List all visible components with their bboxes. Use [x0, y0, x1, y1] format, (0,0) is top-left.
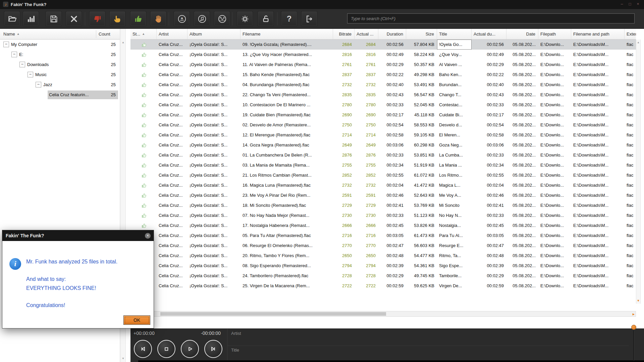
tree-collapse-toggle[interactable]: −: [19, 62, 25, 67]
table-row[interactable]: Celia Cruz... ¡Oyela Gozala!: S... 19. C…: [130, 110, 636, 120]
column-header-10[interactable]: Date: [506, 29, 538, 40]
volume-knob[interactable]: [631, 325, 636, 330]
tree-item[interactable]: − Jazz 25: [0, 80, 120, 90]
table-row[interactable]: Celia Cruz... ¡Oyela Gozala!: S... 01. L…: [130, 150, 636, 160]
scroll-up-icon[interactable]: ▲: [121, 41, 125, 44]
settings-button[interactable]: [237, 11, 253, 26]
tree-collapse-toggle[interactable]: −: [28, 72, 33, 77]
save-button[interactable]: [46, 11, 62, 26]
scroll-right-icon[interactable]: ▶: [633, 313, 635, 316]
table-row[interactable]: Celia Cruz... ¡Oyela Gozala!: S... 22. C…: [130, 90, 636, 100]
actual-bitrate-cell: 2794: [355, 261, 378, 271]
actual-bitrate-cell: 2732: [355, 180, 378, 190]
column-header-5[interactable]: Actual ...: [355, 29, 378, 40]
play-button[interactable]: [181, 340, 199, 358]
vertical-scrollbar[interactable]: ▲ ▼: [636, 40, 641, 304]
table-row[interactable]: Celia Cruz... ¡Oyela Gozala!: S... 05. P…: [130, 231, 636, 241]
previous-track-button[interactable]: [134, 340, 152, 358]
analyze-button[interactable]: [23, 11, 39, 26]
column-header-6[interactable]: Duration: [378, 29, 406, 40]
license-button[interactable]: [258, 11, 274, 26]
tree-item[interactable]: Celia Cruz featurin... 25: [0, 90, 120, 100]
abort-button[interactable]: [66, 11, 82, 26]
binaural-button[interactable]: binaural: [214, 11, 230, 26]
ok-button[interactable]: OK: [123, 315, 150, 325]
thumbs-up-status-icon: [141, 132, 147, 138]
column-header-3[interactable]: Filename: [240, 29, 333, 40]
table-row[interactable]: Celia Cruz... ¡Oyela Gozala!: S... 07. N…: [130, 210, 636, 221]
filepath-cell: E:\Downlo...: [538, 271, 571, 281]
scroll-down-icon[interactable]: ▼: [121, 357, 125, 360]
table-row[interactable]: Celia Cruz... ¡Oyela Gozala!: S... 20. R…: [130, 251, 636, 261]
tree-item[interactable]: − E: 25: [0, 50, 120, 60]
tree-item[interactable]: − My Computer 25: [0, 40, 120, 50]
scroll-down-icon[interactable]: ▼: [636, 299, 640, 302]
table-row[interactable]: Celia Cruz... ¡Oyela Gozala!: S... 03. L…: [130, 160, 636, 170]
table-row[interactable]: Celia Cruz... ¡Oyela Gozala!: S... 18. M…: [130, 200, 636, 210]
column-header-13[interactable]: Extensi...: [625, 29, 636, 40]
help-button[interactable]: ?: [281, 11, 297, 26]
column-header-12[interactable]: Filename and path: [571, 29, 625, 40]
tree-column-name[interactable]: Name▲: [3, 29, 20, 39]
amazon-lookup-button[interactable]: a: [174, 11, 190, 26]
stop-hand-button[interactable]: [150, 11, 166, 26]
table-row[interactable]: Celia Cruz... ¡Oyela Gozala!: S... 09. !…: [130, 40, 636, 50]
table-row[interactable]: Celia Cruz... ¡Oyela Gozala!: S... 21. L…: [130, 170, 636, 180]
table-row[interactable]: Celia Cruz... ¡Oyela Gozala!: S... 08. S…: [130, 261, 636, 271]
tree-collapse-toggle[interactable]: −: [36, 82, 41, 87]
table-row[interactable]: Celia Cruz... ¡Oyela Gozala!: S... 04. B…: [130, 80, 636, 90]
table-row[interactable]: Celia Cruz... ¡Oyela Gozala!: S... 13. ¿…: [130, 50, 636, 60]
analysis-result-dialog: Fakin' The Funk? × i Mr. Funk has analyz…: [2, 230, 154, 328]
tree-column-count[interactable]: Count: [99, 29, 110, 39]
scroll-up-icon[interactable]: ▲: [636, 41, 640, 44]
mark-suspicious-button[interactable]: [109, 11, 125, 26]
open-folder-button[interactable]: [4, 11, 20, 26]
minimize-button[interactable]: –: [618, 0, 626, 9]
date-cell: 05.08.202...: [506, 170, 538, 180]
artist-cell: Celia Cruz...: [157, 180, 187, 190]
table-row[interactable]: Celia Cruz... ¡Oyela Gozala!: S... 24. T…: [130, 271, 636, 281]
volume-track[interactable]: [633, 330, 634, 361]
exit-button[interactable]: [301, 11, 317, 26]
horizontal-scroll-thumb[interactable]: [160, 312, 386, 316]
table-row[interactable]: Celia Cruz... ¡Oyela Gozala!: S... 15. B…: [130, 70, 636, 80]
table-row[interactable]: Celia Cruz... ¡Oyela Gozala!: S... 16. M…: [130, 180, 636, 190]
actual-duration-cell: 00:02:49: [472, 50, 506, 60]
close-button[interactable]: ×: [634, 0, 642, 9]
maximize-button[interactable]: □: [626, 0, 634, 9]
table-row[interactable]: Celia Cruz... ¡Oyela Gozala!: S... 11. A…: [130, 60, 636, 70]
duration-cell: 00:02:43: [378, 90, 406, 100]
tree-item[interactable]: − Music 25: [0, 70, 120, 80]
table-row[interactable]: Celia Cruz... ¡Oyela Gozala!: S... 14. G…: [130, 140, 636, 150]
date-cell: 05.08.202...: [506, 90, 538, 100]
table-row[interactable]: Celia Cruz... ¡Oyela Gozala!: S... 02. D…: [130, 120, 636, 130]
horizontal-scrollbar[interactable]: ◀ ▶: [130, 311, 636, 317]
table-row[interactable]: Celia Cruz... ¡Oyela Gozala!: S... 06. R…: [130, 241, 636, 251]
mark-fake-button[interactable]: [89, 11, 105, 26]
column-header-7[interactable]: Size: [406, 29, 437, 40]
stop-button[interactable]: [157, 340, 175, 358]
artist-cell: Celia Cruz...: [157, 241, 187, 251]
tree-collapse-toggle[interactable]: −: [3, 42, 9, 47]
table-row[interactable]: Celia Cruz... ¡Oyela Gozala!: S... 10. C…: [130, 100, 636, 110]
column-header-0[interactable]: St...▲: [130, 29, 157, 40]
size-cell: 56.547 KB: [406, 90, 437, 100]
filepath-cell: E:\Downlo...: [538, 130, 571, 140]
dialog-close-button[interactable]: ×: [145, 233, 151, 239]
tree-item[interactable]: − Downloads 25: [0, 60, 120, 70]
column-header-2[interactable]: Album: [187, 29, 240, 40]
column-header-9[interactable]: Actual du...: [472, 29, 506, 40]
music-store-button[interactable]: [194, 11, 210, 26]
column-header-1[interactable]: Artist: [157, 29, 187, 40]
column-header-4[interactable]: Bitrate: [333, 29, 355, 40]
column-header-11[interactable]: Filepath: [538, 29, 571, 40]
table-row[interactable]: Celia Cruz... ¡Oyela Gozala!: S... 12. E…: [130, 130, 636, 140]
search-input[interactable]: [347, 13, 635, 23]
table-row[interactable]: Celia Cruz... ¡Oyela Gozala!: S... 17. N…: [130, 221, 636, 231]
table-row[interactable]: Celia Cruz... ¡Oyela Gozala!: S... 23. M…: [130, 190, 636, 200]
mark-good-button[interactable]: [130, 11, 146, 26]
next-track-button[interactable]: [204, 340, 222, 358]
column-header-8[interactable]: Title: [437, 29, 472, 40]
tree-collapse-toggle[interactable]: −: [11, 52, 17, 57]
table-row[interactable]: Celia Cruz... ¡Oyela Gozala!: S... 25. V…: [130, 281, 636, 291]
